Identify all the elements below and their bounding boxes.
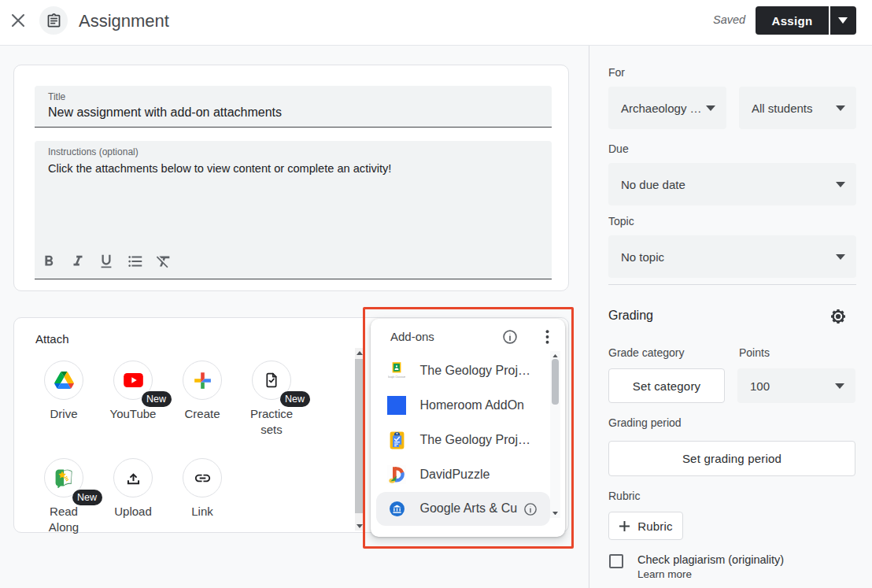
instructions-field-label: Instructions (optional) xyxy=(48,146,139,157)
topic-select[interactable]: No topic xyxy=(608,235,856,278)
assignment-details-card: Title New assignment with add-on attachm… xyxy=(13,65,569,291)
attach-option-label: Upload xyxy=(105,504,161,520)
upload-arrow-icon xyxy=(125,470,142,486)
attach-option-label: Link xyxy=(174,504,231,520)
addon-item-label: The Geology Proj… xyxy=(420,364,531,378)
rubric-label: Rubric xyxy=(608,490,640,502)
chevron-down-icon xyxy=(836,182,845,187)
points-select[interactable]: 100 xyxy=(737,368,855,403)
addons-scrollbar-thumb[interactable] xyxy=(552,359,559,405)
attach-option-upload[interactable]: Upload xyxy=(98,458,168,520)
clear-formatting-icon[interactable] xyxy=(150,250,179,272)
new-badge: New xyxy=(142,391,172,407)
gear-icon[interactable] xyxy=(830,308,847,325)
grading-heading: Grading xyxy=(608,309,653,323)
assignment-type-badge xyxy=(39,6,68,35)
attach-option-label: YouTube xyxy=(105,406,161,422)
google-classroom-logo-icon: Google Classroom xyxy=(387,362,406,379)
class-select[interactable]: Archaeology … xyxy=(608,87,726,129)
assign-dropdown-button[interactable] xyxy=(830,6,856,35)
classroom-logo-caption: Google Classroom xyxy=(388,375,405,379)
italic-icon[interactable] xyxy=(64,250,93,272)
close-icon[interactable] xyxy=(10,13,26,28)
points-select-value: 100 xyxy=(750,379,770,393)
attach-option-circle[interactable] xyxy=(113,458,153,497)
addon-item-label: The Geology Proj… xyxy=(420,433,531,447)
attach-option-label: Practice sets xyxy=(243,406,300,438)
attach-heading: Attach xyxy=(35,332,69,346)
scrollbar-down-arrow[interactable] xyxy=(355,521,364,531)
info-icon[interactable] xyxy=(523,502,538,516)
bold-icon[interactable] xyxy=(35,250,64,272)
title-field-value[interactable]: New assignment with add-on attachments xyxy=(48,105,282,120)
chevron-down-icon xyxy=(706,105,715,111)
chevron-down-icon xyxy=(836,105,845,111)
scrollbar-up-arrow[interactable] xyxy=(355,348,364,357)
save-status: Saved xyxy=(713,13,745,26)
add-rubric-button[interactable]: Rubric xyxy=(608,512,683,540)
addon-item-geology-project-1[interactable]: Google Classroom The Geology Proj… xyxy=(376,353,550,388)
chevron-down-icon xyxy=(836,254,845,260)
plagiarism-label: Check plagiarism (originality) xyxy=(637,553,784,567)
clipboard-checklist-icon xyxy=(387,430,406,449)
students-select[interactable]: All students xyxy=(739,87,856,129)
addons-popup: Add-ons Google Classroom The Geology Pro… xyxy=(371,319,565,537)
class-select-value: Archaeology … xyxy=(621,102,702,115)
bulleted-list-icon[interactable] xyxy=(121,250,150,272)
addon-item-davidpuzzle[interactable]: DavidPuzzle xyxy=(376,457,550,492)
more-options-kebab-icon[interactable] xyxy=(541,329,552,345)
sidebar-divider xyxy=(608,284,856,285)
info-icon[interactable] xyxy=(502,329,518,345)
learn-more-link[interactable]: Learn more xyxy=(637,568,692,581)
page-title: Assignment xyxy=(79,11,169,31)
new-badge: New xyxy=(72,490,102,505)
dialog-header: Assignment Saved Assign xyxy=(0,0,872,46)
instructions-field-value[interactable]: Click the attachments below to view cont… xyxy=(48,162,391,175)
title-field-label: Title xyxy=(48,91,65,102)
assign-button[interactable]: Assign xyxy=(756,6,829,35)
attach-option-create[interactable]: Create xyxy=(168,361,237,422)
google-create-plus-icon xyxy=(194,372,212,390)
title-field[interactable]: Title New assignment with add-on attachm… xyxy=(35,86,552,128)
attach-option-circle[interactable] xyxy=(44,361,83,400)
addon-item-geology-project-2[interactable]: The Geology Proj… xyxy=(376,423,550,457)
due-date-select[interactable]: No due date xyxy=(608,163,856,205)
settings-sidebar: For Archaeology … All students Due No du… xyxy=(589,46,872,588)
due-label: Due xyxy=(608,142,629,155)
attach-option-label: Drive xyxy=(35,406,92,422)
davidpuzzle-d-icon xyxy=(387,465,406,484)
topic-label: Topic xyxy=(608,215,634,227)
plus-icon xyxy=(619,520,630,532)
read-along-book-icon xyxy=(54,468,74,488)
attach-option-circle[interactable] xyxy=(183,458,222,497)
grading-period-label: Grading period xyxy=(608,416,682,429)
blue-square-icon xyxy=(387,396,406,415)
addon-item-arts-culture[interactable]: Google Arts & Cu xyxy=(376,492,550,526)
attach-option-drive[interactable]: Drive xyxy=(29,361,98,422)
addons-title: Add-ons xyxy=(390,330,434,343)
attach-option-link[interactable]: Link xyxy=(168,458,237,520)
add-rubric-button-label: Rubric xyxy=(637,520,673,533)
youtube-icon xyxy=(124,373,143,387)
addon-item-label: DavidPuzzle xyxy=(420,468,490,482)
scrollbar-thumb[interactable] xyxy=(355,359,364,513)
set-category-button[interactable]: Set category xyxy=(608,368,725,403)
underline-icon[interactable] xyxy=(92,250,121,272)
attach-scrollbar[interactable] xyxy=(355,348,364,531)
instructions-field[interactable]: Instructions (optional) Click the attach… xyxy=(35,141,552,279)
students-select-value: All students xyxy=(752,102,813,115)
attach-option-circle[interactable] xyxy=(183,361,222,400)
addon-item-label: Google Arts & Cu xyxy=(420,501,518,516)
main-area: Title New assignment with add-on attachm… xyxy=(0,46,872,588)
practice-sets-document-icon xyxy=(263,372,280,389)
formatting-toolbar xyxy=(35,250,179,272)
addons-scrollbar-down-arrow[interactable] xyxy=(550,508,560,518)
attach-option-label: Read Along xyxy=(35,504,92,535)
addons-scrollbar[interactable] xyxy=(550,351,560,518)
arts-culture-museum-icon xyxy=(387,501,406,516)
chevron-down-icon xyxy=(835,383,844,389)
plagiarism-checkbox[interactable] xyxy=(609,554,623,568)
chevron-down-icon xyxy=(838,17,848,24)
set-grading-period-button[interactable]: Set grading period xyxy=(608,441,855,476)
addon-item-homeroom[interactable]: Homeroom AddOn xyxy=(376,388,550,423)
